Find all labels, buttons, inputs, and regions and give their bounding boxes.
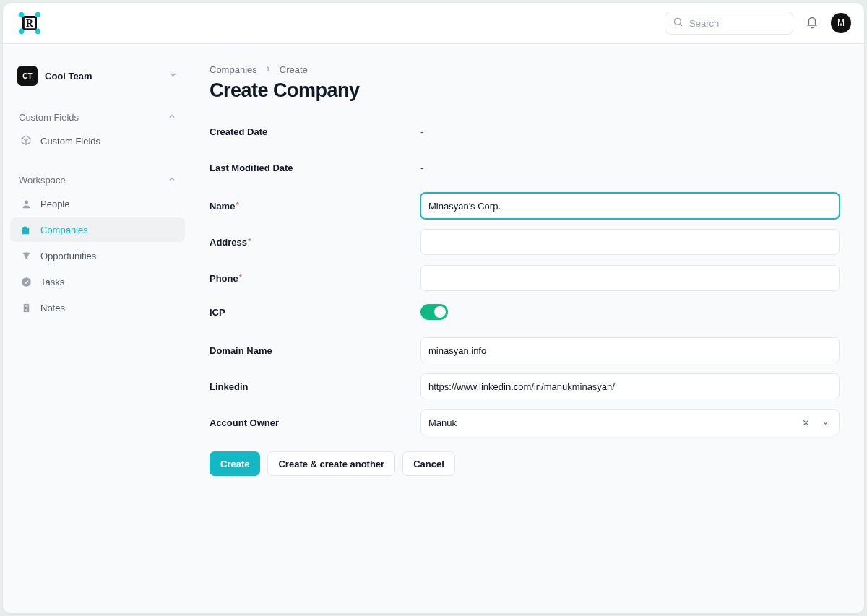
search-box[interactable] bbox=[665, 12, 793, 35]
row-name: Name* bbox=[210, 191, 840, 220]
icp-toggle[interactable] bbox=[420, 304, 448, 320]
sidebar-section-label: Custom Fields bbox=[19, 112, 79, 123]
sidebar-item-label: Companies bbox=[40, 225, 88, 235]
trophy-icon bbox=[20, 250, 32, 261]
row-account-owner: Account Owner Manuk bbox=[210, 408, 840, 437]
chevron-down-icon bbox=[168, 69, 178, 82]
phone-input[interactable] bbox=[420, 265, 840, 291]
value-last-modified-date: - bbox=[420, 162, 423, 173]
row-last-modified-date: Last Modified Date - bbox=[210, 155, 840, 180]
cancel-button[interactable]: Cancel bbox=[402, 451, 455, 476]
label-created-date: Created Date bbox=[210, 126, 420, 137]
app-logo[interactable]: R bbox=[16, 9, 43, 37]
sidebar: CT Cool Team Custom Fields Custom Fields bbox=[3, 44, 192, 613]
svg-point-4 bbox=[19, 29, 25, 35]
linkedin-input[interactable] bbox=[420, 373, 840, 399]
clear-icon[interactable] bbox=[798, 417, 814, 429]
form-actions: Create Create & create another Cancel bbox=[210, 451, 840, 476]
topbar-right: M bbox=[665, 12, 851, 35]
name-input[interactable] bbox=[420, 193, 840, 219]
user-avatar[interactable]: M bbox=[831, 13, 851, 33]
sidebar-section-workspace[interactable]: Workspace bbox=[10, 169, 185, 190]
sidebar-item-label: Custom Fields bbox=[40, 136, 100, 147]
account-owner-select[interactable]: Manuk bbox=[420, 409, 840, 435]
sidebar-item-label: People bbox=[40, 199, 69, 209]
sidebar-item-people[interactable]: People bbox=[10, 191, 185, 216]
row-address: Address* bbox=[210, 227, 840, 256]
sidebar-item-label: Notes bbox=[40, 303, 65, 313]
create-company-form: Created Date - Last Modified Date - Name… bbox=[210, 119, 840, 476]
chevron-right-icon bbox=[264, 64, 272, 75]
svg-line-7 bbox=[680, 24, 682, 26]
create-button[interactable]: Create bbox=[210, 451, 260, 476]
label-domain: Domain Name bbox=[210, 345, 420, 356]
svg-text:R: R bbox=[26, 17, 34, 29]
svg-point-3 bbox=[35, 12, 41, 18]
label-phone: Phone* bbox=[210, 273, 420, 284]
topbar: R M bbox=[3, 3, 864, 44]
app-body: CT Cool Team Custom Fields Custom Fields bbox=[3, 44, 864, 613]
svg-point-6 bbox=[675, 18, 681, 25]
team-name: Cool Team bbox=[45, 71, 161, 82]
row-icp: ICP bbox=[210, 300, 840, 324]
account-owner-value: Manuk bbox=[428, 417, 794, 428]
label-last-modified-date: Last Modified Date bbox=[210, 162, 420, 173]
chevron-down-icon[interactable] bbox=[818, 417, 833, 429]
domain-input[interactable] bbox=[420, 337, 840, 363]
row-linkedin: Linkedin bbox=[210, 372, 840, 401]
chevron-up-icon bbox=[168, 175, 176, 186]
bell-icon bbox=[806, 17, 819, 30]
search-input[interactable] bbox=[689, 18, 785, 29]
breadcrumb: Companies Create bbox=[210, 64, 847, 75]
chevron-up-icon bbox=[168, 112, 176, 123]
sidebar-item-tasks[interactable]: Tasks bbox=[10, 269, 185, 294]
note-icon bbox=[20, 302, 32, 313]
create-another-button[interactable]: Create & create another bbox=[267, 451, 395, 476]
app-shell: R M CT Cool Team bbox=[3, 3, 864, 613]
check-circle-icon bbox=[20, 276, 32, 287]
breadcrumb-companies[interactable]: Companies bbox=[210, 64, 257, 75]
search-icon bbox=[673, 17, 683, 30]
team-switcher[interactable]: CT Cool Team bbox=[10, 61, 185, 90]
main-content: Companies Create Create Company Created … bbox=[192, 44, 864, 613]
toggle-knob bbox=[434, 306, 446, 318]
person-icon bbox=[20, 198, 32, 209]
cube-icon bbox=[20, 135, 32, 147]
row-created-date: Created Date - bbox=[210, 119, 840, 144]
team-badge: CT bbox=[17, 66, 38, 86]
label-address: Address* bbox=[210, 237, 420, 248]
breadcrumb-create[interactable]: Create bbox=[280, 64, 308, 75]
value-created-date: - bbox=[420, 126, 423, 137]
svg-point-5 bbox=[35, 29, 41, 35]
sidebar-item-label: Tasks bbox=[40, 277, 64, 287]
sidebar-item-companies[interactable]: Companies bbox=[10, 217, 185, 242]
svg-point-2 bbox=[19, 12, 25, 18]
label-name: Name* bbox=[210, 201, 420, 212]
building-icon bbox=[20, 224, 32, 235]
sidebar-item-label: Opportunities bbox=[40, 251, 96, 261]
sidebar-section-custom-fields[interactable]: Custom Fields bbox=[10, 106, 185, 127]
sidebar-item-opportunities[interactable]: Opportunities bbox=[10, 243, 185, 268]
row-phone: Phone* bbox=[210, 264, 840, 292]
sidebar-item-notes[interactable]: Notes bbox=[10, 295, 185, 320]
label-icp: ICP bbox=[210, 307, 420, 318]
row-domain: Domain Name bbox=[210, 336, 840, 365]
page-title: Create Company bbox=[210, 79, 847, 102]
label-account-owner: Account Owner bbox=[210, 417, 420, 428]
svg-point-9 bbox=[22, 277, 31, 287]
address-input[interactable] bbox=[420, 229, 840, 255]
sidebar-section-label: Workspace bbox=[19, 175, 66, 186]
label-linkedin: Linkedin bbox=[210, 381, 420, 392]
notifications-button[interactable] bbox=[803, 14, 821, 32]
svg-point-8 bbox=[25, 200, 28, 204]
sidebar-item-custom-fields[interactable]: Custom Fields bbox=[10, 129, 185, 153]
